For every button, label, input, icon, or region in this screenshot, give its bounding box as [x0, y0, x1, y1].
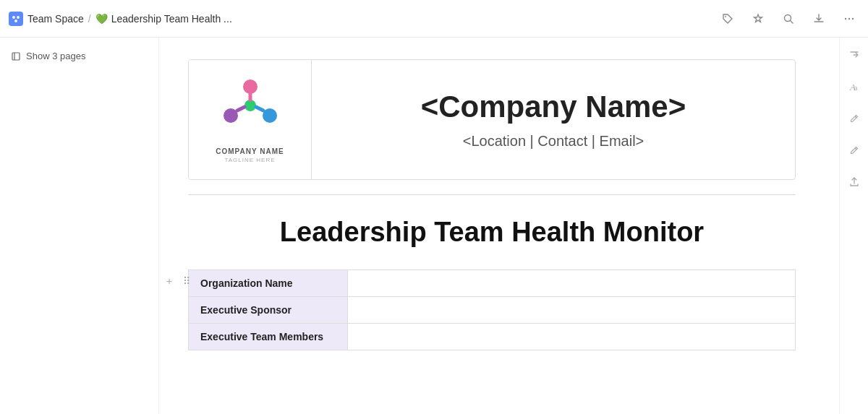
- svg-point-1: [17, 16, 20, 19]
- logo-tagline: TAGLINE HERE: [224, 157, 275, 163]
- table-value-cell[interactable]: [348, 297, 796, 324]
- svg-point-6: [845, 17, 846, 19]
- content-area: COMPANY NAME TAGLINE HERE <Company Name>…: [159, 38, 839, 414]
- svg-point-0: [12, 16, 15, 19]
- main-area: Show 3 pages: [0, 38, 868, 414]
- table-label-cell: Organization Name: [189, 270, 348, 297]
- team-name[interactable]: Team Space: [27, 13, 84, 25]
- company-sub[interactable]: <Location | Contact | Email>: [463, 133, 644, 150]
- search-icon[interactable]: [778, 9, 799, 29]
- header-text-area: <Company Name> <Location | Contact | Ema…: [312, 75, 795, 164]
- logo-box: COMPANY NAME TAGLINE HERE: [189, 60, 312, 179]
- doc-title[interactable]: Leadership Team Health Monitor: [188, 217, 796, 248]
- breadcrumb-separator: /: [88, 13, 91, 25]
- star-icon[interactable]: [748, 9, 768, 29]
- left-sidebar: Show 3 pages: [0, 38, 159, 414]
- svg-point-8: [852, 17, 854, 19]
- svg-line-16: [237, 107, 244, 111]
- org-info-table: Organization NameExecutive SponsorExecut…: [188, 269, 796, 350]
- table-value-cell[interactable]: [348, 270, 796, 297]
- wrap-icon[interactable]: [844, 45, 864, 65]
- header-divider: [188, 194, 796, 195]
- show-pages-toggle[interactable]: Show 3 pages: [12, 48, 147, 64]
- table-row: Organization Name: [189, 270, 796, 297]
- logo-company-name: COMPANY NAME: [216, 147, 284, 155]
- table-label-cell: Executive Team Members: [189, 324, 348, 350]
- more-icon[interactable]: [839, 9, 859, 29]
- table-controls: + ⠿: [162, 274, 194, 288]
- company-logo: [218, 77, 283, 142]
- topbar-actions: [718, 9, 859, 29]
- breadcrumb-doc[interactable]: 💚 Leadership Team Health ...: [95, 13, 232, 25]
- topbar: Team Space / 💚 Leadership Team Health ..…: [0, 0, 868, 38]
- svg-text:a: a: [854, 84, 858, 92]
- table-row: Executive Team Members: [189, 324, 796, 350]
- font-icon[interactable]: A a: [844, 77, 864, 97]
- add-row-button[interactable]: +: [162, 274, 176, 288]
- svg-point-7: [848, 17, 850, 19]
- doc-title: Leadership Team Health ...: [111, 13, 232, 25]
- svg-point-3: [725, 16, 726, 17]
- svg-rect-9: [12, 53, 20, 60]
- table-row: Executive Sponsor: [189, 297, 796, 324]
- edit2-icon[interactable]: [844, 140, 864, 160]
- download-icon[interactable]: [809, 9, 829, 29]
- svg-point-2: [14, 20, 17, 22]
- drag-handle[interactable]: ⠿: [179, 274, 194, 288]
- share-icon[interactable]: [844, 172, 864, 192]
- svg-line-5: [791, 20, 793, 23]
- svg-line-17: [256, 107, 263, 111]
- header-card: COMPANY NAME TAGLINE HERE <Company Name>…: [188, 59, 796, 180]
- breadcrumb: Team Space / 💚 Leadership Team Health ..…: [9, 12, 232, 26]
- doc-emoji: 💚: [95, 13, 108, 25]
- table-label-cell: Executive Sponsor: [189, 297, 348, 324]
- team-space-icon: [9, 12, 23, 26]
- svg-point-11: [243, 79, 258, 94]
- tag-icon[interactable]: [718, 9, 738, 29]
- company-name-heading[interactable]: <Company Name>: [421, 90, 686, 124]
- info-table-wrapper: + ⠿ Organization NameExecutive SponsorEx…: [188, 269, 796, 350]
- show-pages-label: Show 3 pages: [26, 51, 85, 61]
- edit1-icon[interactable]: [844, 108, 864, 129]
- table-value-cell[interactable]: [348, 324, 796, 350]
- right-toolbar: A a: [839, 38, 868, 414]
